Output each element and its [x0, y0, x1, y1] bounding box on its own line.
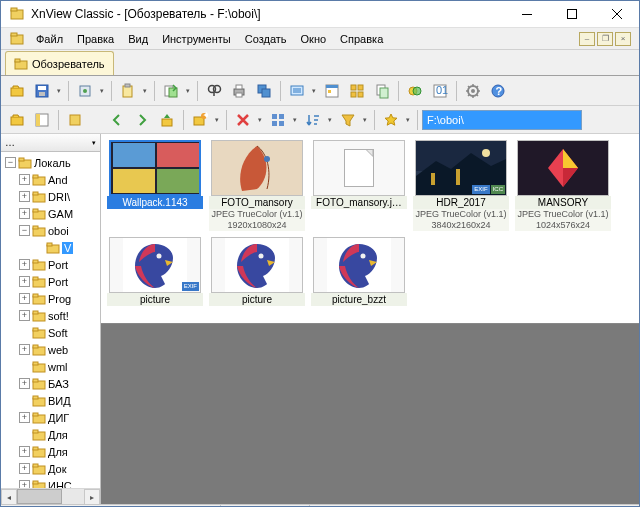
expand-icon[interactable]: −: [19, 225, 30, 236]
scroll-right-button[interactable]: ▸: [84, 489, 100, 504]
acquire-button[interactable]: [73, 79, 107, 103]
tree-node[interactable]: Для: [1, 426, 100, 443]
thumb-name: FOTO_mansory.j…: [311, 196, 407, 209]
tree-node[interactable]: +Port: [1, 256, 100, 273]
tree-node[interactable]: V: [1, 239, 100, 256]
minimize-button[interactable]: [504, 1, 549, 28]
menu-создать[interactable]: Создать: [238, 31, 294, 47]
close-button[interactable]: [594, 1, 639, 28]
tree-node[interactable]: wml: [1, 358, 100, 375]
expand-icon[interactable]: +: [19, 208, 30, 219]
menu-окно[interactable]: Окно: [294, 31, 334, 47]
thumbnail[interactable]: EXIFpicture: [107, 237, 203, 306]
thumbnail[interactable]: FOTO_mansoryJPEG TrueColor (v1.1)1920x10…: [209, 140, 305, 231]
menu-инструменты[interactable]: Инструменты: [155, 31, 238, 47]
svg-rect-57: [19, 158, 24, 161]
thumbnail[interactable]: picture: [209, 237, 305, 306]
thumbnail[interactable]: EXIFICCHDR_2017JPEG TrueColor (v1.1)3840…: [413, 140, 509, 231]
expand-icon[interactable]: +: [19, 174, 30, 185]
menu-правка[interactable]: Правка: [70, 31, 121, 47]
mdi-minimize-button[interactable]: –: [579, 32, 595, 46]
webpage-button[interactable]: [320, 79, 344, 103]
tab-browser[interactable]: Обозреватель: [5, 51, 114, 75]
convert-button[interactable]: [159, 79, 193, 103]
cascade-button[interactable]: [252, 79, 276, 103]
menu-файл[interactable]: Файл: [29, 31, 70, 47]
view-mode-button[interactable]: [266, 108, 300, 132]
expand-icon[interactable]: −: [5, 157, 16, 168]
folder-tree[interactable]: −Локаль+And+DRI\+GAM−oboiV+Port+Port+Pro…: [1, 152, 100, 504]
mdi-restore-button[interactable]: ❐: [597, 32, 613, 46]
tree-node[interactable]: +Док: [1, 460, 100, 477]
expand-icon[interactable]: +: [19, 293, 30, 304]
filter-button[interactable]: [336, 108, 370, 132]
scroll-track[interactable]: [17, 489, 84, 504]
mdi-close-button[interactable]: ×: [615, 32, 631, 46]
thumbnail[interactable]: picture_bzzt: [311, 237, 407, 306]
settings-button[interactable]: [461, 79, 485, 103]
tree-node[interactable]: +DRI\: [1, 188, 100, 205]
tree-node[interactable]: +soft!: [1, 307, 100, 324]
open-button[interactable]: [5, 79, 29, 103]
expand-icon[interactable]: +: [19, 412, 30, 423]
nav-up-button[interactable]: [155, 108, 179, 132]
thumbnail[interactable]: Wallpack.1143: [107, 140, 203, 231]
help-button[interactable]: ?: [486, 79, 510, 103]
print-button[interactable]: [227, 79, 251, 103]
tree-header[interactable]: …: [1, 134, 100, 152]
expand-icon[interactable]: +: [19, 378, 30, 389]
address-bar[interactable]: [422, 110, 582, 130]
thumb-image: [109, 140, 201, 196]
expand-icon[interactable]: +: [19, 344, 30, 355]
tree-node[interactable]: −Локаль: [1, 154, 100, 171]
tree-node[interactable]: +Для: [1, 443, 100, 460]
expand-icon[interactable]: +: [19, 310, 30, 321]
tree-node[interactable]: +Prog: [1, 290, 100, 307]
expand-icon[interactable]: +: [19, 276, 30, 287]
thumb-image: [211, 140, 303, 196]
address-input[interactable]: [423, 111, 581, 129]
search-button[interactable]: [202, 79, 226, 103]
tree-node[interactable]: +web: [1, 341, 100, 358]
show-preview-button[interactable]: [30, 108, 54, 132]
tree-node[interactable]: −oboi: [1, 222, 100, 239]
save-button[interactable]: [30, 79, 64, 103]
compare-button[interactable]: [403, 79, 427, 103]
tree-node[interactable]: +And: [1, 171, 100, 188]
tree-node[interactable]: +GAM: [1, 205, 100, 222]
expand-icon[interactable]: +: [19, 259, 30, 270]
scroll-thumb[interactable]: [17, 489, 62, 504]
show-tree-button[interactable]: [5, 108, 29, 132]
tree-node[interactable]: +Port: [1, 273, 100, 290]
menu-вид[interactable]: Вид: [121, 31, 155, 47]
multipage-button[interactable]: [370, 79, 394, 103]
nav-back-button[interactable]: [105, 108, 129, 132]
delete-button[interactable]: [231, 108, 265, 132]
contact-sheet-button[interactable]: [345, 79, 369, 103]
hex-button[interactable]: 01: [428, 79, 452, 103]
favorites-button[interactable]: [379, 108, 413, 132]
expand-icon[interactable]: +: [19, 463, 30, 474]
expand-icon[interactable]: +: [19, 191, 30, 202]
tree-node[interactable]: +БАЗ: [1, 375, 100, 392]
thumbnail-grid[interactable]: Wallpack.1143FOTO_mansoryJPEG TrueColor …: [101, 134, 639, 324]
scroll-left-button[interactable]: ◂: [1, 489, 17, 504]
slideshow-button[interactable]: [285, 79, 319, 103]
tree-label: ВИД: [48, 395, 71, 407]
thumbnail[interactable]: FOTO_mansory.j…: [311, 140, 407, 231]
menu-справка[interactable]: Справка: [333, 31, 390, 47]
clipboard-button[interactable]: [116, 79, 150, 103]
tree-hscrollbar[interactable]: ◂ ▸: [1, 488, 100, 504]
tree-node[interactable]: Soft: [1, 324, 100, 341]
tree-node[interactable]: +ДИГ: [1, 409, 100, 426]
thumbnail[interactable]: MANSORYJPEG TrueColor (v1.1)1024x576x24: [515, 140, 611, 231]
stop-button[interactable]: [63, 108, 87, 132]
svg-rect-71: [33, 277, 38, 280]
nav-forward-button[interactable]: [130, 108, 154, 132]
new-folder-button[interactable]: ✦: [188, 108, 222, 132]
maximize-button[interactable]: [549, 1, 594, 28]
sort-button[interactable]: [301, 108, 335, 132]
tree-node[interactable]: ВИД: [1, 392, 100, 409]
tree-label: Prog: [48, 293, 71, 305]
expand-icon[interactable]: +: [19, 446, 30, 457]
